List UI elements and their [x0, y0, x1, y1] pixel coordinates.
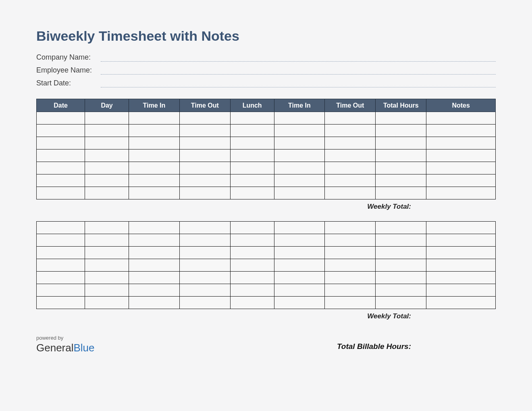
cell[interactable]: [230, 149, 274, 162]
cell[interactable]: [325, 272, 376, 284]
cell[interactable]: [426, 234, 496, 247]
cell[interactable]: [129, 297, 179, 309]
cell[interactable]: [274, 149, 325, 162]
cell[interactable]: [129, 174, 179, 187]
startdate-input-line[interactable]: [101, 80, 496, 87]
cell[interactable]: [426, 174, 496, 187]
cell[interactable]: [179, 284, 230, 297]
cell[interactable]: [37, 222, 85, 234]
cell[interactable]: [37, 187, 85, 199]
cell[interactable]: [129, 125, 179, 137]
cell[interactable]: [426, 222, 496, 234]
cell[interactable]: [179, 259, 230, 272]
cell[interactable]: [230, 234, 274, 247]
cell[interactable]: [179, 234, 230, 247]
cell[interactable]: [37, 125, 85, 137]
cell[interactable]: [37, 297, 85, 309]
cell[interactable]: [230, 297, 274, 309]
cell[interactable]: [376, 234, 426, 247]
cell[interactable]: [179, 272, 230, 284]
cell[interactable]: [129, 222, 179, 234]
cell[interactable]: [129, 247, 179, 259]
cell[interactable]: [274, 112, 325, 125]
cell[interactable]: [376, 112, 426, 125]
cell[interactable]: [376, 137, 426, 149]
cell[interactable]: [426, 272, 496, 284]
cell[interactable]: [230, 222, 274, 234]
cell[interactable]: [376, 187, 426, 199]
cell[interactable]: [230, 174, 274, 187]
cell[interactable]: [426, 137, 496, 149]
cell[interactable]: [376, 162, 426, 174]
cell[interactable]: [37, 174, 85, 187]
cell[interactable]: [325, 112, 376, 125]
cell[interactable]: [85, 234, 129, 247]
cell[interactable]: [376, 174, 426, 187]
cell[interactable]: [85, 112, 129, 125]
cell[interactable]: [274, 259, 325, 272]
cell[interactable]: [85, 297, 129, 309]
cell[interactable]: [325, 234, 376, 247]
cell[interactable]: [325, 297, 376, 309]
cell[interactable]: [179, 149, 230, 162]
cell[interactable]: [230, 272, 274, 284]
cell[interactable]: [325, 149, 376, 162]
cell[interactable]: [85, 174, 129, 187]
cell[interactable]: [129, 259, 179, 272]
cell[interactable]: [179, 162, 230, 174]
cell[interactable]: [376, 125, 426, 137]
cell[interactable]: [325, 284, 376, 297]
cell[interactable]: [426, 162, 496, 174]
cell[interactable]: [179, 174, 230, 187]
cell[interactable]: [37, 149, 85, 162]
cell[interactable]: [85, 284, 129, 297]
cell[interactable]: [129, 149, 179, 162]
cell[interactable]: [325, 259, 376, 272]
cell[interactable]: [230, 247, 274, 259]
cell[interactable]: [274, 247, 325, 259]
cell[interactable]: [179, 247, 230, 259]
cell[interactable]: [85, 149, 129, 162]
cell[interactable]: [85, 222, 129, 234]
cell[interactable]: [325, 222, 376, 234]
cell[interactable]: [129, 284, 179, 297]
cell[interactable]: [230, 162, 274, 174]
cell[interactable]: [376, 284, 426, 297]
cell[interactable]: [274, 137, 325, 149]
cell[interactable]: [230, 125, 274, 137]
cell[interactable]: [85, 247, 129, 259]
cell[interactable]: [37, 284, 85, 297]
cell[interactable]: [179, 222, 230, 234]
cell[interactable]: [325, 162, 376, 174]
cell[interactable]: [325, 187, 376, 199]
cell[interactable]: [426, 259, 496, 272]
cell[interactable]: [37, 162, 85, 174]
cell[interactable]: [179, 187, 230, 199]
cell[interactable]: [376, 297, 426, 309]
cell[interactable]: [376, 247, 426, 259]
cell[interactable]: [37, 247, 85, 259]
cell[interactable]: [230, 137, 274, 149]
cell[interactable]: [274, 162, 325, 174]
cell[interactable]: [37, 259, 85, 272]
cell[interactable]: [85, 272, 129, 284]
cell[interactable]: [85, 125, 129, 137]
cell[interactable]: [85, 259, 129, 272]
cell[interactable]: [274, 272, 325, 284]
cell[interactable]: [376, 259, 426, 272]
cell[interactable]: [274, 284, 325, 297]
cell[interactable]: [274, 222, 325, 234]
cell[interactable]: [426, 297, 496, 309]
cell[interactable]: [376, 272, 426, 284]
cell[interactable]: [426, 149, 496, 162]
cell[interactable]: [179, 297, 230, 309]
cell[interactable]: [325, 247, 376, 259]
cell[interactable]: [230, 187, 274, 199]
cell[interactable]: [274, 174, 325, 187]
cell[interactable]: [376, 222, 426, 234]
cell[interactable]: [230, 112, 274, 125]
cell[interactable]: [230, 259, 274, 272]
cell[interactable]: [325, 174, 376, 187]
cell[interactable]: [274, 234, 325, 247]
cell[interactable]: [129, 112, 179, 125]
